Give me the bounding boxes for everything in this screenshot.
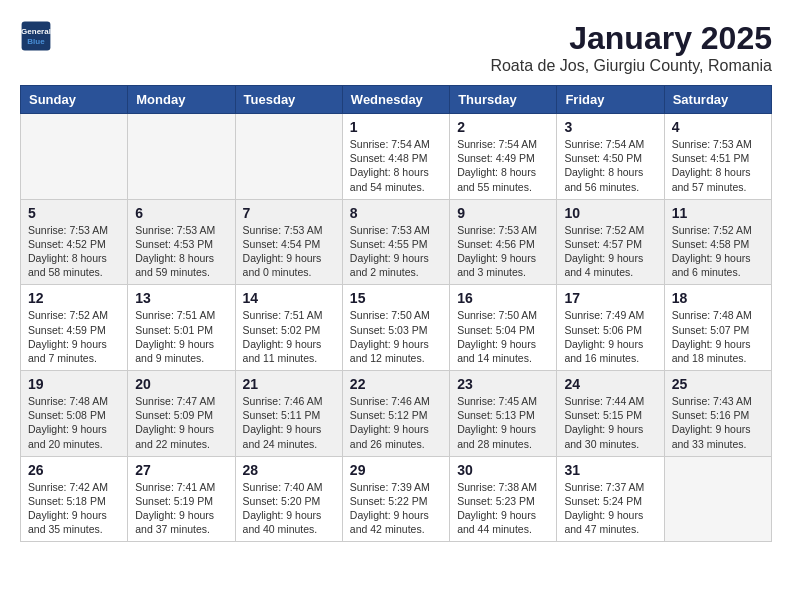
day-info: Sunrise: 7:54 AM Sunset: 4:49 PM Dayligh… [457, 137, 549, 194]
day-cell: 30Sunrise: 7:38 AM Sunset: 5:23 PM Dayli… [450, 456, 557, 542]
day-cell: 2Sunrise: 7:54 AM Sunset: 4:49 PM Daylig… [450, 114, 557, 200]
day-number: 26 [28, 462, 120, 478]
day-cell [128, 114, 235, 200]
svg-text:Blue: Blue [27, 37, 45, 46]
day-cell: 13Sunrise: 7:51 AM Sunset: 5:01 PM Dayli… [128, 285, 235, 371]
day-info: Sunrise: 7:46 AM Sunset: 5:11 PM Dayligh… [243, 394, 335, 451]
day-number: 31 [564, 462, 656, 478]
day-cell: 22Sunrise: 7:46 AM Sunset: 5:12 PM Dayli… [342, 371, 449, 457]
day-number: 18 [672, 290, 764, 306]
day-info: Sunrise: 7:52 AM Sunset: 4:58 PM Dayligh… [672, 223, 764, 280]
day-info: Sunrise: 7:49 AM Sunset: 5:06 PM Dayligh… [564, 308, 656, 365]
page-header: General Blue January 2025 Roata de Jos, … [20, 20, 772, 75]
day-number: 20 [135, 376, 227, 392]
day-number: 1 [350, 119, 442, 135]
calendar-header-row: SundayMondayTuesdayWednesdayThursdayFrid… [21, 86, 772, 114]
day-info: Sunrise: 7:39 AM Sunset: 5:22 PM Dayligh… [350, 480, 442, 537]
day-cell: 14Sunrise: 7:51 AM Sunset: 5:02 PM Dayli… [235, 285, 342, 371]
week-row-5: 26Sunrise: 7:42 AM Sunset: 5:18 PM Dayli… [21, 456, 772, 542]
day-number: 24 [564, 376, 656, 392]
day-cell: 4Sunrise: 7:53 AM Sunset: 4:51 PM Daylig… [664, 114, 771, 200]
day-cell: 23Sunrise: 7:45 AM Sunset: 5:13 PM Dayli… [450, 371, 557, 457]
day-cell: 10Sunrise: 7:52 AM Sunset: 4:57 PM Dayli… [557, 199, 664, 285]
day-info: Sunrise: 7:41 AM Sunset: 5:19 PM Dayligh… [135, 480, 227, 537]
week-row-3: 12Sunrise: 7:52 AM Sunset: 4:59 PM Dayli… [21, 285, 772, 371]
day-number: 6 [135, 205, 227, 221]
calendar-subtitle: Roata de Jos, Giurgiu County, Romania [490, 57, 772, 75]
day-info: Sunrise: 7:44 AM Sunset: 5:15 PM Dayligh… [564, 394, 656, 451]
day-cell: 31Sunrise: 7:37 AM Sunset: 5:24 PM Dayli… [557, 456, 664, 542]
day-number: 4 [672, 119, 764, 135]
calendar-title: January 2025 [490, 20, 772, 57]
logo: General Blue [20, 20, 52, 52]
day-cell: 24Sunrise: 7:44 AM Sunset: 5:15 PM Dayli… [557, 371, 664, 457]
day-number: 19 [28, 376, 120, 392]
day-info: Sunrise: 7:54 AM Sunset: 4:50 PM Dayligh… [564, 137, 656, 194]
day-number: 28 [243, 462, 335, 478]
day-info: Sunrise: 7:42 AM Sunset: 5:18 PM Dayligh… [28, 480, 120, 537]
day-info: Sunrise: 7:46 AM Sunset: 5:12 PM Dayligh… [350, 394, 442, 451]
day-info: Sunrise: 7:45 AM Sunset: 5:13 PM Dayligh… [457, 394, 549, 451]
week-row-4: 19Sunrise: 7:48 AM Sunset: 5:08 PM Dayli… [21, 371, 772, 457]
day-number: 10 [564, 205, 656, 221]
day-cell: 16Sunrise: 7:50 AM Sunset: 5:04 PM Dayli… [450, 285, 557, 371]
day-cell: 3Sunrise: 7:54 AM Sunset: 4:50 PM Daylig… [557, 114, 664, 200]
day-number: 9 [457, 205, 549, 221]
day-cell: 6Sunrise: 7:53 AM Sunset: 4:53 PM Daylig… [128, 199, 235, 285]
day-cell [664, 456, 771, 542]
day-info: Sunrise: 7:40 AM Sunset: 5:20 PM Dayligh… [243, 480, 335, 537]
header-monday: Monday [128, 86, 235, 114]
day-cell: 5Sunrise: 7:53 AM Sunset: 4:52 PM Daylig… [21, 199, 128, 285]
header-wednesday: Wednesday [342, 86, 449, 114]
day-number: 5 [28, 205, 120, 221]
day-info: Sunrise: 7:53 AM Sunset: 4:56 PM Dayligh… [457, 223, 549, 280]
day-number: 8 [350, 205, 442, 221]
day-cell: 15Sunrise: 7:50 AM Sunset: 5:03 PM Dayli… [342, 285, 449, 371]
day-info: Sunrise: 7:52 AM Sunset: 4:59 PM Dayligh… [28, 308, 120, 365]
day-info: Sunrise: 7:50 AM Sunset: 5:04 PM Dayligh… [457, 308, 549, 365]
day-cell: 7Sunrise: 7:53 AM Sunset: 4:54 PM Daylig… [235, 199, 342, 285]
day-number: 11 [672, 205, 764, 221]
day-number: 7 [243, 205, 335, 221]
day-cell: 19Sunrise: 7:48 AM Sunset: 5:08 PM Dayli… [21, 371, 128, 457]
day-number: 17 [564, 290, 656, 306]
day-cell: 17Sunrise: 7:49 AM Sunset: 5:06 PM Dayli… [557, 285, 664, 371]
header-tuesday: Tuesday [235, 86, 342, 114]
day-cell: 25Sunrise: 7:43 AM Sunset: 5:16 PM Dayli… [664, 371, 771, 457]
day-cell: 20Sunrise: 7:47 AM Sunset: 5:09 PM Dayli… [128, 371, 235, 457]
day-number: 27 [135, 462, 227, 478]
day-number: 12 [28, 290, 120, 306]
week-row-2: 5Sunrise: 7:53 AM Sunset: 4:52 PM Daylig… [21, 199, 772, 285]
day-info: Sunrise: 7:37 AM Sunset: 5:24 PM Dayligh… [564, 480, 656, 537]
day-info: Sunrise: 7:38 AM Sunset: 5:23 PM Dayligh… [457, 480, 549, 537]
day-info: Sunrise: 7:50 AM Sunset: 5:03 PM Dayligh… [350, 308, 442, 365]
logo-icon: General Blue [20, 20, 52, 52]
day-info: Sunrise: 7:54 AM Sunset: 4:48 PM Dayligh… [350, 137, 442, 194]
day-info: Sunrise: 7:51 AM Sunset: 5:02 PM Dayligh… [243, 308, 335, 365]
header-thursday: Thursday [450, 86, 557, 114]
day-cell: 8Sunrise: 7:53 AM Sunset: 4:55 PM Daylig… [342, 199, 449, 285]
day-cell: 29Sunrise: 7:39 AM Sunset: 5:22 PM Dayli… [342, 456, 449, 542]
day-number: 21 [243, 376, 335, 392]
day-info: Sunrise: 7:53 AM Sunset: 4:55 PM Dayligh… [350, 223, 442, 280]
day-cell: 27Sunrise: 7:41 AM Sunset: 5:19 PM Dayli… [128, 456, 235, 542]
day-number: 22 [350, 376, 442, 392]
day-info: Sunrise: 7:48 AM Sunset: 5:08 PM Dayligh… [28, 394, 120, 451]
week-row-1: 1Sunrise: 7:54 AM Sunset: 4:48 PM Daylig… [21, 114, 772, 200]
day-number: 13 [135, 290, 227, 306]
day-cell: 28Sunrise: 7:40 AM Sunset: 5:20 PM Dayli… [235, 456, 342, 542]
header-saturday: Saturday [664, 86, 771, 114]
day-cell [21, 114, 128, 200]
day-cell: 9Sunrise: 7:53 AM Sunset: 4:56 PM Daylig… [450, 199, 557, 285]
title-section: January 2025 Roata de Jos, Giurgiu Count… [490, 20, 772, 75]
svg-text:General: General [21, 27, 51, 36]
day-number: 25 [672, 376, 764, 392]
day-number: 3 [564, 119, 656, 135]
day-number: 15 [350, 290, 442, 306]
day-cell: 11Sunrise: 7:52 AM Sunset: 4:58 PM Dayli… [664, 199, 771, 285]
day-info: Sunrise: 7:51 AM Sunset: 5:01 PM Dayligh… [135, 308, 227, 365]
day-cell: 26Sunrise: 7:42 AM Sunset: 5:18 PM Dayli… [21, 456, 128, 542]
day-number: 29 [350, 462, 442, 478]
day-info: Sunrise: 7:52 AM Sunset: 4:57 PM Dayligh… [564, 223, 656, 280]
day-number: 2 [457, 119, 549, 135]
